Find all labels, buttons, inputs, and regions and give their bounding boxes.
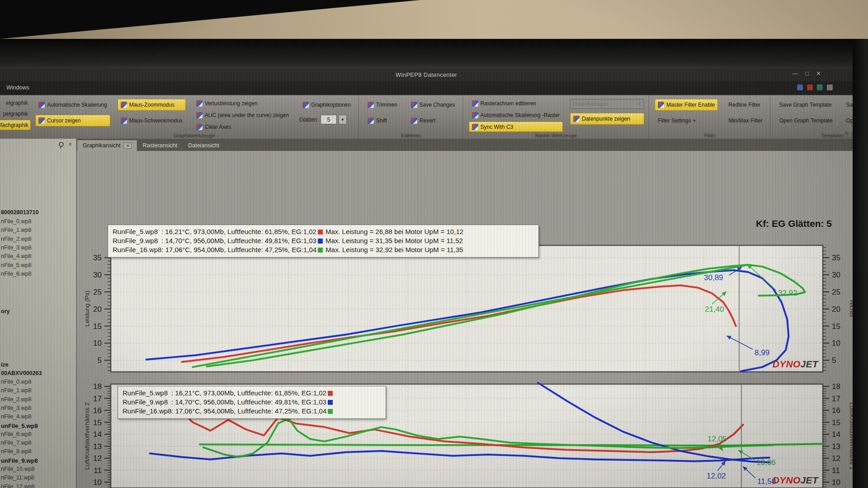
sidebar-group-header[interactable]: 800028013710 xyxy=(0,209,38,218)
sidebar-item-nfile-3-wp8[interactable]: nFile_3.wp8 xyxy=(0,244,31,253)
ribbon-button-cursor-zeigen[interactable]: Cursor zeigen xyxy=(35,115,110,127)
close-icon[interactable]: ✕ xyxy=(68,141,72,147)
button-label: Save Graph Template xyxy=(779,102,832,108)
sidebar-item-nfile-10-wp8[interactable]: nFile_10.wp8 xyxy=(0,466,34,474)
svg-text:20: 20 xyxy=(93,305,102,314)
sidebar-item-nfile-8-wp8[interactable]: nFile_8.wp8 xyxy=(0,448,31,457)
sidebar-item-nfile-4-wp8[interactable]: nFile_4.wp8 xyxy=(0,413,31,422)
sidebar-group-header[interactable]: ize xyxy=(0,361,9,370)
button-label: Min/Max Filter xyxy=(728,117,762,124)
svg-text:11: 11 xyxy=(94,466,102,475)
smoothing-value[interactable]: 5 xyxy=(321,115,337,124)
sidebar-group-header[interactable]: ory xyxy=(0,308,9,317)
sidebar-item-nfile-7-wp8[interactable]: nFile_7.wp8 xyxy=(0,440,31,448)
file-sidebar: ✕ 800028013710nFile_0.wp8nFile_1.wp8nFil… xyxy=(0,139,77,488)
tab-label: Dateiansicht xyxy=(188,142,219,149)
ribbon-button-datenpunkte-zeigen[interactable]: Datenpunkte zeigen xyxy=(570,113,644,125)
sidebar-item-unfile-9-wp8[interactable]: unFile_9.wp8 xyxy=(0,457,38,466)
tab-dateiansicht[interactable]: Dateiansicht xyxy=(183,140,225,151)
legend-color-swatch xyxy=(318,248,323,253)
ribbon-button-save-graph-template[interactable]: Save Graph Template xyxy=(776,99,836,111)
button-label: Open Grid Template xyxy=(846,117,853,124)
annotation-13-06: 13,06 xyxy=(756,458,776,467)
legend-row: RunFile_9.wp8: 14,70°C, 956,00Mb, Luftfe… xyxy=(113,236,534,245)
ribbon-button-auc-area-under-the-curve-zeigen[interactable]: AUC (area under the curve) zeigen xyxy=(193,110,292,120)
ribbon-group-label: Filter xyxy=(649,133,770,138)
chart-canvas: 181817171616151514141313121211111010Luft… xyxy=(79,359,853,488)
sidebar-item-nfile-1-wp8[interactable]: nFile_1.wp8 xyxy=(0,227,31,235)
ribbon-button-maus-schwenkmodus[interactable]: Maus-Schwenkmodus xyxy=(118,115,186,127)
datapoints-icon xyxy=(573,116,580,122)
pin-icon[interactable] xyxy=(59,142,64,147)
button-label: Redline Filter xyxy=(728,102,760,108)
ribbon-button-open-grid-template[interactable]: Open Grid Template xyxy=(843,115,853,127)
svg-text:18: 18 xyxy=(832,382,840,391)
legend-row: RunFile_16.wp8: 17,06°C, 954,00Mb, Luftf… xyxy=(123,407,381,416)
sidebar-item-unfile-5-wp8[interactable]: unFile_5.wp8 xyxy=(0,422,38,431)
ribbon-button-clear-axes[interactable]: Clear Axes xyxy=(193,122,292,132)
button-label: Automatische Skalierung -Raster xyxy=(481,112,560,118)
sidebar-item-nfile-5-wp8[interactable]: nFile_5.wp8 xyxy=(0,262,31,271)
tab-rasteransicht[interactable]: Rasteransicht xyxy=(137,140,183,151)
ribbon-button-maus-zoommodus[interactable]: Maus-Zoommodus xyxy=(118,99,186,111)
ribbon-button-verlustleistung-zeigen[interactable]: Verlustleistung zeigen xyxy=(193,98,292,108)
sidebar-group-header[interactable]: 00ABXV000263 xyxy=(0,370,42,379)
svg-text:17: 17 xyxy=(93,394,102,403)
close-icon[interactable]: ✕ xyxy=(816,70,821,77)
sidebar-item-nfile-6-wp8[interactable]: nFile_6.wp8 xyxy=(0,431,31,440)
quick-icon-4[interactable] xyxy=(827,84,833,90)
sidebar-item-nfile-12-wp8[interactable]: nFile_12.wp8 xyxy=(0,483,34,488)
sidebar-item-nfile-2-wp8[interactable]: nFile_2.wp8 xyxy=(0,396,31,405)
y-axis-label-right: Luft/Kraftstoffverhältnis 1 xyxy=(849,402,853,469)
menu-windows[interactable]: Windows xyxy=(6,84,29,91)
maximize-icon[interactable]: □ xyxy=(805,70,809,77)
ribbon-button-sync-with-c3[interactable]: Sync With C3 xyxy=(469,122,563,132)
button-label: Filter Settings xyxy=(658,117,691,124)
sidebar-item-nfile-0-wp8[interactable]: nFile_0.wp8 xyxy=(0,379,31,387)
application-window: WinPEP8 Datencenter —□✕ Windows elgraphi… xyxy=(0,69,853,488)
mouse-zoom-icon xyxy=(121,102,127,108)
sidebar-item-nfile-2-wp8[interactable]: nFile_2.wp8 xyxy=(0,236,31,244)
view-button-ifachgraphik[interactable]: ifachgraphik xyxy=(0,120,31,130)
annotation-12-02: 12,02 xyxy=(707,472,726,481)
ribbon-button-save-grid-template[interactable]: Save Grid Template xyxy=(843,99,853,111)
ribbon-button-filter-settings[interactable]: Filter Settings▾ xyxy=(655,115,718,127)
svg-text:13: 13 xyxy=(93,442,102,451)
ribbon-button-automatische-skalierung[interactable]: Automatische Skalierung xyxy=(35,99,110,111)
cursor-icon xyxy=(38,117,45,124)
ribbon-button-automatische-skalierung-raster[interactable]: Automatische Skalierung -Raster xyxy=(469,110,563,120)
ribbon-button-graphikoptionen[interactable]: Graphikoptionen xyxy=(299,99,354,111)
tab-graphikansicht[interactable]: Graphikansicht✕ xyxy=(77,140,137,151)
ribbon-button-min-max-filter[interactable]: Min/Max Filter xyxy=(725,115,765,127)
sidebar-item-nfile-4-wp8[interactable]: nFile_4.wp8 xyxy=(0,253,31,262)
view-button-elgraphik[interactable]: elgraphik xyxy=(0,98,30,108)
svg-text:25: 25 xyxy=(832,288,840,296)
averages-dropdown[interactable]: Draw Averages▼ xyxy=(570,99,644,109)
quick-icon-3[interactable] xyxy=(817,84,823,90)
ribbon-button-redline-filter[interactable]: Redline Filter xyxy=(725,99,765,111)
sidebar-item-nfile-0-wp8[interactable]: nFile_0.wp8 xyxy=(0,218,31,227)
tab-close-icon[interactable]: ✕ xyxy=(124,143,131,149)
svg-text:13: 13 xyxy=(832,442,840,451)
dialog-launcher-icon[interactable] xyxy=(847,133,852,138)
ribbon-button-revert[interactable]: Revert xyxy=(408,115,458,127)
auc-icon xyxy=(196,112,203,118)
svg-text:10: 10 xyxy=(832,339,840,347)
view-button-pelgraphik[interactable]: pelgraphik xyxy=(0,109,30,118)
quick-icon-1[interactable] xyxy=(797,84,803,90)
ribbon-button-save-changes[interactable]: Save Changes xyxy=(408,99,458,111)
sidebar-item-nfile-3-wp8[interactable]: nFile_3.wp8 xyxy=(0,405,31,413)
legend-row: RunFile_5.wp8: 16,21°C, 973,00Mb, Luftfe… xyxy=(123,389,381,398)
quick-icon-2[interactable] xyxy=(807,84,813,90)
minimize-icon[interactable]: — xyxy=(792,70,798,77)
sidebar-item-nfile-11-wp8[interactable]: nFile_11.wp8 xyxy=(0,474,34,483)
sidebar-item-nfile-6-wp8[interactable]: nFile_6.wp8 xyxy=(0,271,31,279)
chevron-down-icon[interactable]: ▼ xyxy=(339,115,347,124)
button-label: Verlustleistung zeigen xyxy=(205,100,258,107)
ribbon-button-shift[interactable]: Shift xyxy=(364,115,401,127)
ribbon-button-trimmen[interactable]: Trimmen xyxy=(364,99,401,111)
sidebar-item-nfile-1-wp8[interactable]: nFile_1.wp8 xyxy=(0,387,31,396)
ribbon-button-open-graph-template[interactable]: Open Graph Template xyxy=(776,115,836,127)
ribbon-button-master-filter-enable[interactable]: Master Filter Enable xyxy=(655,99,718,111)
ribbon-button-rasterachsen-editieren[interactable]: Rasterachsen editieren xyxy=(469,98,563,108)
